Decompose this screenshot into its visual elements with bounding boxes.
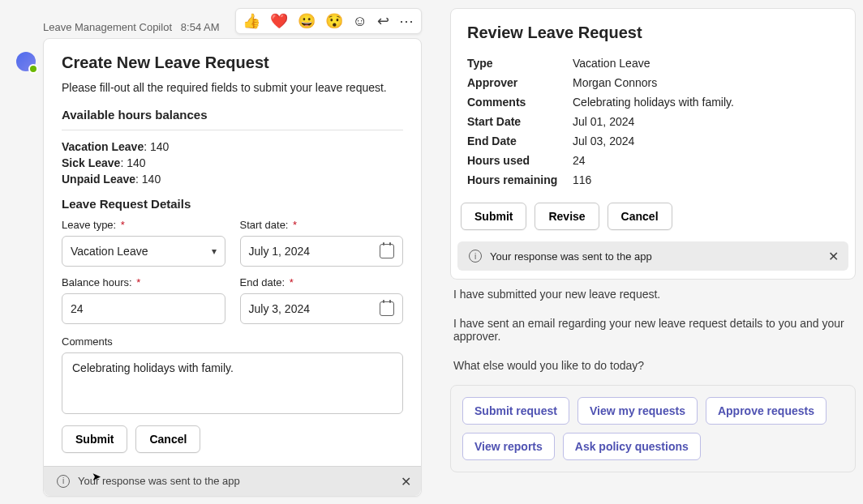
kv-start-val: Jul 01, 2024 bbox=[573, 115, 839, 128]
start-date-label: Start date: * bbox=[240, 219, 404, 231]
kv-end-val: Jul 03, 2024 bbox=[573, 135, 839, 147]
more-options-icon[interactable]: ⋯ bbox=[399, 12, 414, 30]
balance-hours-input[interactable]: 24 bbox=[62, 293, 225, 324]
reactions-bar: 👍 ❤️ 😀 😯 ☺ ↩ ⋯ bbox=[235, 8, 422, 34]
reaction-surprised-icon[interactable]: 😯 bbox=[325, 12, 343, 30]
sent-time: 8:54 AM bbox=[181, 21, 220, 33]
info-icon: i bbox=[469, 250, 482, 263]
chip-view-my-requests[interactable]: View my requests bbox=[577, 397, 698, 425]
info-icon: i bbox=[57, 475, 70, 488]
kv-start-key: Start Date bbox=[467, 115, 573, 128]
kv-end-key: End Date bbox=[467, 135, 573, 147]
kv-remain-val: 116 bbox=[573, 173, 839, 186]
chip-approve-requests[interactable]: Approve requests bbox=[706, 397, 827, 425]
chip-ask-policy-questions[interactable]: Ask policy questions bbox=[563, 433, 701, 460]
comments-textarea[interactable]: Celebrating holidays with family. bbox=[62, 352, 403, 414]
balance-vacation: Vacation Leave: 140 bbox=[62, 140, 403, 153]
details-heading: Leave Request Details bbox=[62, 197, 403, 211]
create-leave-card: Create New Leave Request Please fill-out… bbox=[43, 38, 422, 497]
review-revise-button[interactable]: Revise bbox=[535, 203, 599, 230]
kv-comments-val: Celebrating holidays with family. bbox=[573, 96, 839, 109]
response-sent-notice: i Your response was sent to the app ✕ bbox=[44, 466, 421, 496]
kv-approver-key: Approver bbox=[467, 76, 573, 89]
kv-used-key: Hours used bbox=[467, 154, 573, 167]
reaction-heart-icon[interactable]: ❤️ bbox=[270, 12, 288, 30]
review-title: Review Leave Request bbox=[467, 23, 839, 42]
reaction-smile-icon[interactable]: 😀 bbox=[298, 12, 316, 30]
end-date-input[interactable]: July 3, 2024 bbox=[240, 293, 404, 324]
balance-hours-label: Balance hours: * bbox=[62, 276, 225, 288]
chip-submit-request[interactable]: Submit request bbox=[462, 397, 569, 425]
card-title: Create New Leave Request bbox=[62, 53, 403, 72]
reaction-thumbs-up-icon[interactable]: 👍 bbox=[243, 12, 260, 30]
kv-comments-key: Comments bbox=[467, 96, 573, 109]
reply-icon[interactable]: ↩ bbox=[377, 12, 389, 30]
bot-message-3: What else would you like to do today? bbox=[450, 351, 856, 380]
chevron-down-icon: ▾ bbox=[212, 246, 217, 257]
suggested-actions: Submit request View my requests Approve … bbox=[450, 385, 856, 472]
start-date-input[interactable]: July 1, 2024 bbox=[240, 236, 404, 267]
kv-type-key: Type bbox=[467, 57, 573, 70]
sender-name: Leave Management Copilot bbox=[43, 21, 172, 33]
balances-heading: Available hours balances bbox=[62, 108, 403, 122]
review-cancel-button[interactable]: Cancel bbox=[608, 203, 672, 230]
close-notice-button[interactable]: ✕ bbox=[401, 473, 411, 489]
bot-avatar bbox=[16, 52, 36, 71]
review-submit-button[interactable]: Submit bbox=[461, 203, 526, 230]
review-response-notice: i Your response was sent to the app ✕ bbox=[457, 241, 848, 271]
kv-used-val: 24 bbox=[573, 154, 839, 167]
calendar-icon bbox=[380, 244, 394, 258]
chip-view-reports[interactable]: View reports bbox=[462, 433, 555, 460]
leave-type-select[interactable]: Vacation Leave ▾ bbox=[62, 236, 225, 267]
bot-message-1: I have submitted your new leave request. bbox=[450, 280, 856, 309]
balance-unpaid: Unpaid Leave: 140 bbox=[62, 173, 403, 186]
reaction-add-icon[interactable]: ☺ bbox=[353, 13, 367, 30]
submit-button[interactable]: Submit bbox=[62, 425, 127, 453]
divider bbox=[62, 130, 403, 130]
leave-type-label: Leave type: * bbox=[62, 219, 225, 231]
kv-remain-key: Hours remaining bbox=[467, 173, 573, 186]
end-date-label: End date: * bbox=[240, 276, 404, 288]
balance-sick: Sick Leave: 140 bbox=[62, 156, 403, 169]
comments-label: Comments bbox=[62, 335, 403, 348]
kv-approver-val: Morgan Connors bbox=[573, 76, 839, 89]
bot-message-2: I have sent an email regarding your new … bbox=[450, 309, 856, 351]
review-leave-card: Review Leave Request TypeVacation Leave … bbox=[450, 8, 856, 280]
kv-type-val: Vacation Leave bbox=[573, 57, 839, 70]
close-review-notice-button[interactable]: ✕ bbox=[828, 249, 839, 264]
calendar-icon bbox=[380, 301, 394, 316]
card-intro: Please fill-out all the required fields … bbox=[62, 80, 403, 96]
cancel-button[interactable]: Cancel bbox=[135, 425, 200, 453]
